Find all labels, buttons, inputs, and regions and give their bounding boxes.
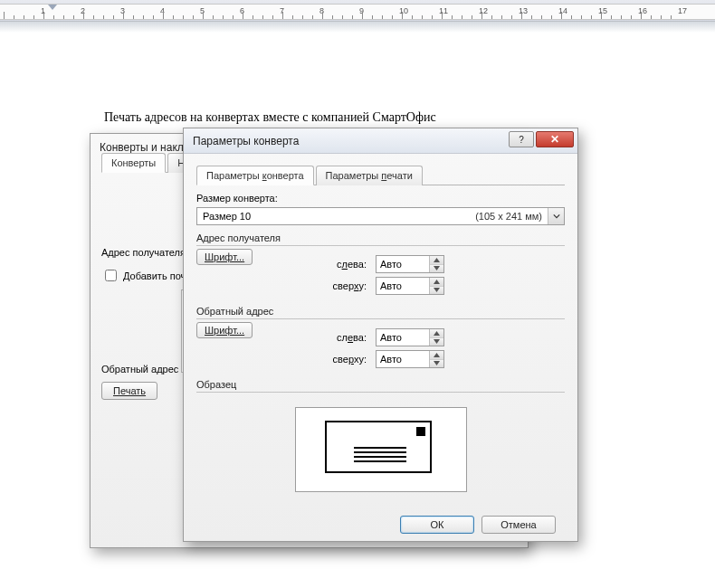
envelope-size-combo[interactable]: Размер 10 (105 x 241 мм) xyxy=(196,207,565,225)
recipient-left-label: слева: xyxy=(323,259,367,270)
cancel-button[interactable]: Отмена xyxy=(481,516,556,534)
envelope-size-label: Размер конверта: xyxy=(196,193,278,204)
horizontal-ruler: 1234567891011121314151617 xyxy=(0,4,715,20)
ruler-area: 1234567891011121314151617 xyxy=(0,0,715,22)
ruler-number: 15 xyxy=(598,6,607,15)
front-tabstrip: Параметры конверта Параметры печати xyxy=(196,165,565,185)
document-heading: Печать адресов на конвертах вместе с ком… xyxy=(104,110,436,125)
return-left-spinner[interactable]: Авто xyxy=(376,328,444,346)
spin-down-icon[interactable] xyxy=(430,265,443,273)
stamp-icon xyxy=(416,427,425,436)
spin-up-icon[interactable] xyxy=(430,351,443,360)
envelope-icon xyxy=(325,421,432,473)
ok-button[interactable]: ОК xyxy=(400,516,474,534)
ruler-number: 17 xyxy=(678,6,687,15)
ruler-number: 12 xyxy=(479,6,488,15)
recipient-address-label: Адрес получателя xyxy=(101,247,186,258)
return-group-label: Обратный адрес xyxy=(196,306,565,317)
titlebar[interactable]: Параметры конверта ? ✕ xyxy=(184,128,577,154)
return-top-label: сверху: xyxy=(323,354,367,365)
envelope-size-value: Размер 10 xyxy=(197,211,470,222)
spin-down-icon[interactable] xyxy=(430,287,443,295)
ruler-number: 16 xyxy=(638,6,647,15)
ruler-number: 11 xyxy=(439,6,448,15)
spin-down-icon[interactable] xyxy=(430,360,443,368)
sample-label: Образец xyxy=(196,379,565,390)
titlebar-text: Параметры конверта xyxy=(193,135,299,147)
ruler-number: 14 xyxy=(558,6,567,15)
close-button[interactable]: ✕ xyxy=(536,131,574,147)
help-button[interactable]: ? xyxy=(509,131,534,147)
return-font-button[interactable]: Шрифт... xyxy=(196,322,253,338)
return-top-value: Авто xyxy=(377,354,429,365)
ruler-number: 13 xyxy=(519,6,528,15)
recipient-top-label: сверху: xyxy=(323,280,367,291)
return-top-spinner[interactable]: Авто xyxy=(376,350,444,368)
return-address-label: Обратный адрес xyxy=(101,364,178,375)
address-lines-icon xyxy=(354,444,406,465)
spin-up-icon[interactable] xyxy=(430,329,443,338)
print-button[interactable]: Печать xyxy=(101,382,157,400)
recipient-group-label: Адрес получателя xyxy=(196,232,565,243)
recipient-top-value: Авто xyxy=(377,280,429,291)
return-left-value: Авто xyxy=(377,332,429,343)
page-top-shadow xyxy=(0,22,715,33)
recipient-top-spinner[interactable]: Авто xyxy=(376,277,444,295)
envelope-options-dialog: Параметры конверта ? ✕ Параметры конверт… xyxy=(183,128,578,542)
indent-marker-icon[interactable] xyxy=(48,5,52,21)
envelope-preview xyxy=(295,407,467,492)
recipient-font-button[interactable]: Шрифт... xyxy=(196,249,253,265)
tab-envelope-options[interactable]: Параметры конверта xyxy=(196,166,314,185)
divider xyxy=(196,318,565,319)
tab-print-options[interactable]: Параметры печати xyxy=(316,166,423,185)
chevron-down-icon[interactable] xyxy=(548,208,564,224)
divider xyxy=(196,392,565,393)
spin-down-icon[interactable] xyxy=(430,338,443,346)
envelope-size-dims: (105 x 241 мм) xyxy=(470,211,548,222)
spin-up-icon[interactable] xyxy=(430,256,443,265)
return-left-label: слева: xyxy=(323,332,367,343)
add-mail-checkbox-input[interactable] xyxy=(105,270,117,281)
recipient-left-spinner[interactable]: Авто xyxy=(376,255,444,273)
tab-envelopes[interactable]: Конверты xyxy=(101,153,166,173)
ruler-number: 10 xyxy=(399,6,408,15)
spin-up-icon[interactable] xyxy=(430,278,443,287)
recipient-left-value: Авто xyxy=(377,259,429,270)
divider xyxy=(196,245,565,246)
